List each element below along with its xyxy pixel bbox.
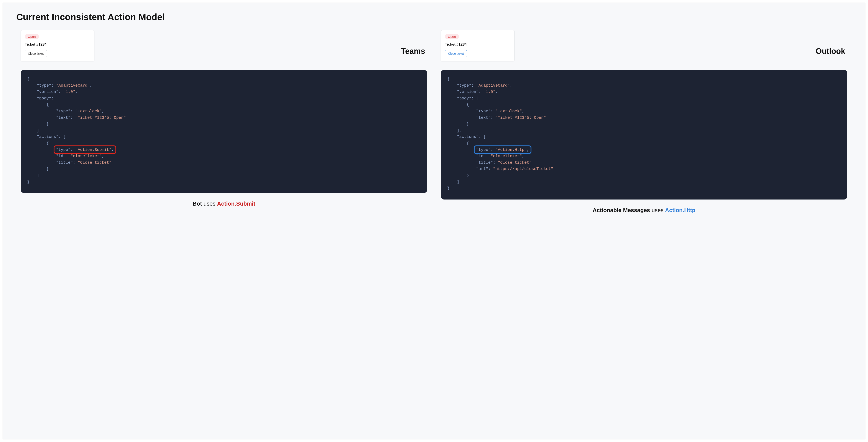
caption-prefix: Bot	[193, 200, 202, 207]
caption-prefix: Actionable Messages	[593, 207, 650, 213]
code-block-teams: { "type": "AdaptiveCard", "version": "1.…	[21, 70, 427, 193]
platform-label-teams: Teams	[401, 47, 425, 56]
adaptive-card-teams: Open Ticket #1234 Close ticket	[21, 30, 94, 61]
status-badge: Open	[445, 34, 459, 39]
column-teams: Open Ticket #1234 Close ticket Teams { "…	[14, 30, 434, 214]
ticket-title: Ticket #1234	[445, 42, 510, 47]
card-row-right: Open Ticket #1234 Close ticket Outlook	[441, 30, 847, 61]
status-badge: Open	[25, 34, 39, 39]
caption-suffix: Action.Submit	[217, 200, 255, 207]
caption-middle: uses	[202, 200, 217, 207]
column-outlook: Open Ticket #1234 Close ticket Outlook {…	[434, 30, 854, 214]
page-title: Current Inconsistent Action Model	[16, 12, 854, 22]
columns: Open Ticket #1234 Close ticket Teams { "…	[14, 30, 854, 214]
close-ticket-button[interactable]: Close ticket	[25, 50, 47, 57]
adaptive-card-outlook: Open Ticket #1234 Close ticket	[441, 30, 515, 61]
code-block-outlook: { "type": "AdaptiveCard", "version": "1.…	[441, 70, 847, 200]
diagram-frame: Current Inconsistent Action Model Open T…	[3, 3, 865, 439]
caption-middle: uses	[650, 207, 665, 213]
card-row-left: Open Ticket #1234 Close ticket Teams	[21, 30, 427, 61]
close-ticket-button[interactable]: Close ticket	[445, 50, 467, 57]
caption-suffix: Action.Http	[665, 207, 695, 213]
platform-label-outlook: Outlook	[816, 47, 845, 56]
ticket-title: Ticket #1234	[25, 42, 90, 47]
caption-teams: Bot uses Action.Submit	[21, 200, 427, 207]
caption-outlook: Actionable Messages uses Action.Http	[441, 207, 847, 214]
